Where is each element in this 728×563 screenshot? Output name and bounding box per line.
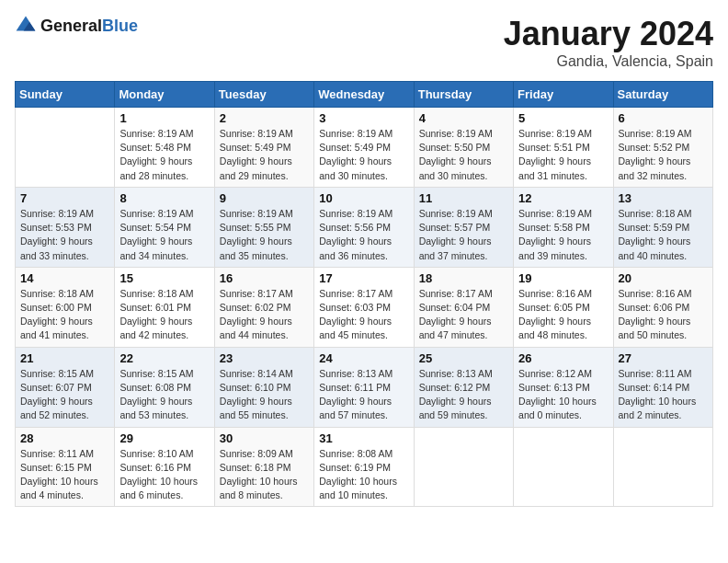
- day-info: Sunrise: 8:16 AMSunset: 6:05 PMDaylight:…: [518, 287, 608, 343]
- weekday-header-tuesday: Tuesday: [214, 82, 313, 108]
- day-number: 19: [518, 271, 608, 285]
- location-subtitle: Gandia, Valencia, Spain: [504, 53, 713, 70]
- calendar-cell: 31Sunrise: 8:08 AMSunset: 6:19 PMDayligh…: [314, 427, 414, 507]
- calendar-week-row: 21Sunrise: 8:15 AMSunset: 6:07 PMDayligh…: [16, 347, 713, 427]
- day-number: 15: [119, 271, 209, 285]
- day-info: Sunrise: 8:19 AMSunset: 5:53 PMDaylight:…: [20, 207, 109, 263]
- day-info: Sunrise: 8:12 AMSunset: 6:13 PMDaylight:…: [518, 367, 608, 423]
- calendar-cell: 13Sunrise: 8:18 AMSunset: 5:59 PMDayligh…: [613, 187, 712, 267]
- day-info: Sunrise: 8:18 AMSunset: 6:01 PMDaylight:…: [119, 287, 209, 343]
- calendar-cell: 30Sunrise: 8:09 AMSunset: 6:18 PMDayligh…: [214, 427, 313, 507]
- day-number: 3: [319, 111, 408, 125]
- day-number: 27: [619, 351, 708, 365]
- calendar-cell: 18Sunrise: 8:17 AMSunset: 6:04 PMDayligh…: [414, 267, 513, 347]
- day-number: 13: [619, 191, 708, 205]
- day-number: 14: [20, 271, 109, 285]
- day-info: Sunrise: 8:19 AMSunset: 5:49 PMDaylight:…: [319, 127, 408, 183]
- calendar-cell: 26Sunrise: 8:12 AMSunset: 6:13 PMDayligh…: [514, 347, 613, 427]
- calendar-cell: 14Sunrise: 8:18 AMSunset: 6:00 PMDayligh…: [16, 267, 115, 347]
- day-number: 7: [20, 191, 109, 205]
- day-info: Sunrise: 8:18 AMSunset: 5:59 PMDaylight:…: [619, 207, 708, 263]
- day-number: 26: [518, 351, 608, 365]
- day-info: Sunrise: 8:16 AMSunset: 6:06 PMDaylight:…: [619, 287, 708, 343]
- day-number: 21: [20, 351, 109, 365]
- calendar-header-row: SundayMondayTuesdayWednesdayThursdayFrid…: [16, 82, 713, 108]
- calendar-cell: 8Sunrise: 8:19 AMSunset: 5:54 PMDaylight…: [115, 187, 214, 267]
- weekday-header-wednesday: Wednesday: [314, 82, 414, 108]
- day-info: Sunrise: 8:18 AMSunset: 6:00 PMDaylight:…: [20, 287, 109, 343]
- day-number: 31: [319, 431, 408, 445]
- day-number: 23: [220, 351, 309, 365]
- calendar-cell: 17Sunrise: 8:17 AMSunset: 6:03 PMDayligh…: [314, 267, 414, 347]
- day-info: Sunrise: 8:19 AMSunset: 5:50 PMDaylight:…: [419, 127, 508, 183]
- day-info: Sunrise: 8:10 AMSunset: 6:16 PMDaylight:…: [119, 447, 209, 503]
- day-info: Sunrise: 8:13 AMSunset: 6:11 PMDaylight:…: [319, 367, 408, 423]
- day-number: 24: [319, 351, 408, 365]
- calendar-cell: 15Sunrise: 8:18 AMSunset: 6:01 PMDayligh…: [115, 267, 214, 347]
- weekday-header-monday: Monday: [115, 82, 214, 108]
- calendar-cell: 2Sunrise: 8:19 AMSunset: 5:49 PMDaylight…: [214, 108, 313, 188]
- weekday-header-friday: Friday: [514, 82, 613, 108]
- calendar-cell: 5Sunrise: 8:19 AMSunset: 5:51 PMDaylight…: [514, 108, 613, 188]
- calendar-cell: 4Sunrise: 8:19 AMSunset: 5:50 PMDaylight…: [414, 108, 513, 188]
- day-info: Sunrise: 8:19 AMSunset: 5:49 PMDaylight:…: [220, 127, 309, 183]
- day-number: 12: [518, 191, 608, 205]
- month-year-title: January 2024: [504, 15, 713, 53]
- calendar-cell: 16Sunrise: 8:17 AMSunset: 6:02 PMDayligh…: [214, 267, 313, 347]
- calendar-cell: 3Sunrise: 8:19 AMSunset: 5:49 PMDaylight…: [314, 108, 414, 188]
- calendar-cell: [613, 427, 712, 507]
- calendar-cell: 22Sunrise: 8:15 AMSunset: 6:08 PMDayligh…: [115, 347, 214, 427]
- logo-icon: [15, 15, 37, 37]
- day-info: Sunrise: 8:19 AMSunset: 5:55 PMDaylight:…: [220, 207, 309, 263]
- calendar-cell: 24Sunrise: 8:13 AMSunset: 6:11 PMDayligh…: [314, 347, 414, 427]
- day-number: 4: [419, 111, 508, 125]
- day-number: 2: [220, 111, 309, 125]
- calendar-cell: 1Sunrise: 8:19 AMSunset: 5:48 PMDaylight…: [115, 108, 214, 188]
- weekday-header-thursday: Thursday: [414, 82, 513, 108]
- day-number: 9: [220, 191, 309, 205]
- calendar-table: SundayMondayTuesdayWednesdayThursdayFrid…: [15, 81, 713, 507]
- calendar-cell: 12Sunrise: 8:19 AMSunset: 5:58 PMDayligh…: [514, 187, 613, 267]
- calendar-cell: 23Sunrise: 8:14 AMSunset: 6:10 PMDayligh…: [214, 347, 313, 427]
- day-number: 17: [319, 271, 408, 285]
- logo-blue: Blue: [102, 17, 138, 35]
- day-info: Sunrise: 8:19 AMSunset: 5:58 PMDaylight:…: [518, 207, 608, 263]
- day-number: 29: [119, 431, 209, 445]
- logo: GeneralBlue: [15, 15, 138, 37]
- calendar-cell: [414, 427, 513, 507]
- weekday-header-saturday: Saturday: [613, 82, 712, 108]
- day-info: Sunrise: 8:08 AMSunset: 6:19 PMDaylight:…: [319, 447, 408, 503]
- title-area: January 2024 Gandia, Valencia, Spain: [504, 15, 713, 70]
- day-number: 5: [518, 111, 608, 125]
- day-number: 25: [419, 351, 508, 365]
- day-info: Sunrise: 8:11 AMSunset: 6:15 PMDaylight:…: [20, 447, 109, 503]
- calendar-cell: 25Sunrise: 8:13 AMSunset: 6:12 PMDayligh…: [414, 347, 513, 427]
- calendar-week-row: 28Sunrise: 8:11 AMSunset: 6:15 PMDayligh…: [16, 427, 713, 507]
- day-number: 20: [619, 271, 708, 285]
- day-info: Sunrise: 8:19 AMSunset: 5:54 PMDaylight:…: [119, 207, 209, 263]
- calendar-cell: 19Sunrise: 8:16 AMSunset: 6:05 PMDayligh…: [514, 267, 613, 347]
- day-info: Sunrise: 8:19 AMSunset: 5:56 PMDaylight:…: [319, 207, 408, 263]
- day-number: 1: [119, 111, 209, 125]
- calendar-cell: 27Sunrise: 8:11 AMSunset: 6:14 PMDayligh…: [613, 347, 712, 427]
- calendar-cell: 29Sunrise: 8:10 AMSunset: 6:16 PMDayligh…: [115, 427, 214, 507]
- calendar-cell: 28Sunrise: 8:11 AMSunset: 6:15 PMDayligh…: [16, 427, 115, 507]
- day-number: 6: [619, 111, 708, 125]
- calendar-cell: 11Sunrise: 8:19 AMSunset: 5:57 PMDayligh…: [414, 187, 513, 267]
- day-info: Sunrise: 8:13 AMSunset: 6:12 PMDaylight:…: [419, 367, 508, 423]
- day-info: Sunrise: 8:17 AMSunset: 6:02 PMDaylight:…: [220, 287, 309, 343]
- day-info: Sunrise: 8:19 AMSunset: 5:48 PMDaylight:…: [119, 127, 209, 183]
- calendar-cell: 20Sunrise: 8:16 AMSunset: 6:06 PMDayligh…: [613, 267, 712, 347]
- day-number: 18: [419, 271, 508, 285]
- calendar-cell: [514, 427, 613, 507]
- day-number: 16: [220, 271, 309, 285]
- day-info: Sunrise: 8:19 AMSunset: 5:57 PMDaylight:…: [419, 207, 508, 263]
- day-info: Sunrise: 8:14 AMSunset: 6:10 PMDaylight:…: [220, 367, 309, 423]
- day-number: 10: [319, 191, 408, 205]
- day-info: Sunrise: 8:17 AMSunset: 6:03 PMDaylight:…: [319, 287, 408, 343]
- calendar-cell: 9Sunrise: 8:19 AMSunset: 5:55 PMDaylight…: [214, 187, 313, 267]
- calendar-cell: [16, 108, 115, 188]
- day-info: Sunrise: 8:15 AMSunset: 6:08 PMDaylight:…: [119, 367, 209, 423]
- calendar-week-row: 7Sunrise: 8:19 AMSunset: 5:53 PMDaylight…: [16, 187, 713, 267]
- day-info: Sunrise: 8:19 AMSunset: 5:52 PMDaylight:…: [619, 127, 708, 183]
